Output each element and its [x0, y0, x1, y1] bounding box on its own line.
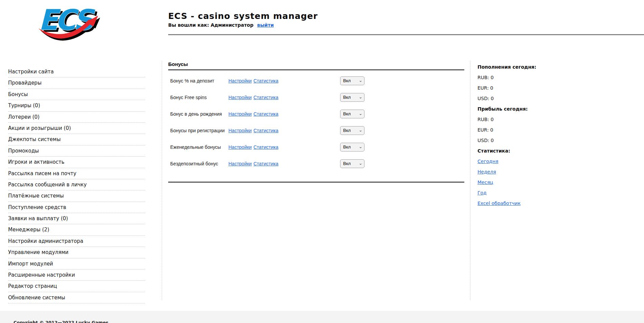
section-heading-bonuses: Бонусы	[168, 61, 188, 67]
stats-link-week[interactable]: Неделя	[478, 169, 496, 175]
bonus-label: Еженедельные бонусы	[170, 144, 228, 150]
deposits-today-header: Пополнения сегодня:	[478, 62, 586, 72]
bonus-label: Бонус Free spins	[170, 95, 228, 100]
sidebar-item-players-activity[interactable]: Игроки и активность	[8, 157, 145, 168]
sidebar-item-module-management[interactable]: Управление модулями	[8, 247, 145, 258]
settings-link[interactable]: Настройки	[228, 111, 253, 117]
bonus-state-select-wrap: Вкл ⌄	[340, 76, 364, 85]
settings-link[interactable]: Настройки	[228, 161, 253, 166]
sidebar-item-bonuses[interactable]: Бонусы	[8, 89, 145, 100]
ecs-logo[interactable]: ECS ECS	[37, 3, 102, 43]
bonus-list: Бонус % на депозит Настройки Статистика …	[168, 72, 464, 172]
bonus-label: Бонусы при регистрации	[170, 128, 228, 133]
deposits-usd-value: USD: 0	[478, 93, 586, 103]
profit-today-header: Прибыль сегодня:	[478, 103, 586, 114]
bonus-label: Бездепозитный бонус	[170, 161, 228, 166]
stats-link-year[interactable]: Год	[478, 190, 487, 195]
sidebar-item-site-settings[interactable]: Настройки сайта	[8, 66, 145, 77]
page-title: ECS - casino system manager	[168, 11, 318, 21]
bonus-row-registration: Бонусы при регистрации Настройки Статист…	[168, 122, 464, 139]
sidebar-item-admin-settings[interactable]: Настройки администратора	[8, 236, 145, 247]
bonus-state-select-wrap: Вкл ⌄	[340, 93, 364, 102]
statistics-link[interactable]: Статистика	[253, 111, 279, 117]
settings-link[interactable]: Настройки	[228, 144, 253, 150]
sidebar-item-payment-systems[interactable]: Платёжные системы	[8, 190, 145, 202]
bonus-state-select[interactable]: Вкл	[340, 143, 364, 152]
profit-rub-value: RUB: 0	[478, 114, 586, 124]
sidebar-item-promotions[interactable]: Акции и розыгрыши (0)	[8, 123, 145, 134]
profit-usd-value: USD: 0	[478, 135, 586, 145]
content-divider-bottom	[168, 182, 464, 183]
bonus-row-birthday: Бонус в день рождения Настройки Статисти…	[168, 106, 464, 122]
statistics-link[interactable]: Статистика	[253, 95, 279, 100]
logged-in-label: Вы вошли как: Администратор	[168, 22, 253, 28]
sidebar-item-managers[interactable]: Менеджеры (2)	[8, 224, 145, 235]
settings-link[interactable]: Настройки	[228, 95, 253, 100]
statistics-link[interactable]: Статистика	[253, 161, 279, 166]
settings-link[interactable]: Настройки	[228, 128, 253, 133]
statistics-link[interactable]: Статистика	[253, 78, 279, 84]
sidebar: Настройки сайта Провайдеры Бонусы Турнир…	[8, 66, 145, 303]
bonus-row-deposit-percent: Бонус % на депозит Настройки Статистика …	[168, 72, 464, 89]
ecs-logo-icon: ECS ECS	[37, 3, 102, 43]
sidebar-item-providers[interactable]: Провайдеры	[8, 77, 145, 89]
sidebar-item-email-mailing[interactable]: Рассылка писем на почту	[8, 168, 145, 179]
sidebar-item-incoming-funds[interactable]: Поступление средств	[8, 202, 145, 213]
stats-link-excel[interactable]: Excel обработчик	[478, 201, 520, 206]
statistics-header: Статистика:	[478, 145, 586, 156]
sidebar-item-lotteries[interactable]: Лотереи (0)	[8, 112, 145, 123]
bonus-row-weekly: Еженедельные бонусы Настройки Статистика…	[168, 139, 464, 155]
profit-eur-value: EUR: 0	[478, 124, 586, 135]
sidebar-item-page-editor[interactable]: Редактор страниц	[8, 281, 145, 292]
sidebar-item-tournaments[interactable]: Турниры (0)	[8, 100, 145, 111]
stats-link-month[interactable]: Месяц	[478, 180, 493, 185]
sidebar-item-promocodes[interactable]: Промокоды	[8, 145, 145, 157]
bonus-state-select-wrap: Вкл ⌄	[340, 126, 364, 135]
bonus-state-select-wrap: Вкл ⌄	[340, 110, 364, 118]
deposits-eur-value: EUR: 0	[478, 83, 586, 93]
sidebar-item-jackpots[interactable]: Джекпоты системы	[8, 134, 145, 145]
bonus-state-select[interactable]: Вкл	[340, 76, 364, 85]
bonus-state-select[interactable]: Вкл	[340, 126, 364, 135]
settings-link[interactable]: Настройки	[228, 78, 253, 84]
footer: Copyright © 2012—2022 Lucky Games	[0, 311, 644, 323]
bonus-state-select-wrap: Вкл ⌄	[340, 143, 364, 152]
bonus-state-select[interactable]: Вкл	[340, 93, 364, 102]
sidebar-item-payout-requests[interactable]: Заявки на выплату (0)	[8, 213, 145, 224]
right-panel: Пополнения сегодня: RUB: 0 EUR: 0 USD: 0…	[478, 62, 586, 208]
copyright-text: Copyright © 2012—2022 Lucky Games	[14, 320, 108, 323]
bonus-state-select[interactable]: Вкл	[340, 110, 364, 118]
statistics-link[interactable]: Статистика	[253, 128, 279, 133]
sidebar-item-advanced-settings[interactable]: Расширенные настройки	[8, 270, 145, 281]
header-divider	[168, 34, 644, 35]
deposits-rub-value: RUB: 0	[478, 72, 586, 83]
svg-text:ECS: ECS	[39, 3, 96, 37]
bonus-row-free-spins: Бонус Free spins Настройки Статистика Вк…	[168, 89, 464, 106]
sidebar-item-system-update[interactable]: Обновление системы	[8, 292, 145, 303]
page: { "header": { "logo_text": "ECS", "title…	[0, 0, 644, 323]
sidebar-item-pm-mailing[interactable]: Рассылка сообщений в личку	[8, 179, 145, 190]
bonus-row-no-deposit: Бездепозитный бонус Настройки Статистика…	[168, 155, 464, 172]
content-divider-top	[168, 69, 464, 70]
bonus-label: Бонус в день рождения	[170, 111, 228, 117]
sidebar-item-module-import[interactable]: Импорт модулей	[8, 258, 145, 270]
bonus-label: Бонус % на депозит	[170, 78, 228, 84]
bonus-state-select[interactable]: Вкл	[340, 159, 364, 168]
stats-link-today[interactable]: Сегодня	[478, 159, 498, 164]
sidebar-main-divider	[162, 61, 162, 300]
statistics-link[interactable]: Статистика	[253, 144, 279, 150]
logout-link[interactable]: выйти	[257, 22, 274, 28]
bonus-state-select-wrap: Вкл ⌄	[340, 159, 364, 168]
main-rightpanel-divider	[470, 61, 470, 300]
logged-in-status: Вы вошли как: Администратор выйти	[168, 22, 274, 28]
